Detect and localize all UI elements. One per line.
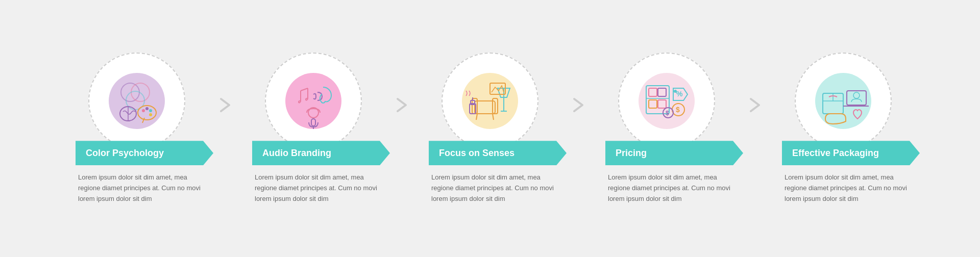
chevron-right-icon <box>569 96 587 114</box>
svg-point-8 <box>149 109 152 112</box>
step-2: Audio BrandingLorem ipsum dolor sit dim … <box>237 53 390 204</box>
svg-text:$: $ <box>666 110 669 117</box>
step-icon-1 <box>106 70 167 132</box>
arrow-2 <box>390 96 413 114</box>
step-icon-3 <box>459 70 521 132</box>
step-description-5: Lorem ipsum dolor sit dim amet, mea regi… <box>779 172 907 204</box>
circle-bg-2 <box>265 53 362 149</box>
step-label-banner-3: Focus on Senses <box>429 141 567 165</box>
step-label-banner-4: Pricing <box>605 141 743 165</box>
svg-point-9 <box>149 113 152 116</box>
circle-bg-5 <box>795 53 892 149</box>
svg-point-33 <box>674 90 677 93</box>
svg-rect-27 <box>649 88 657 96</box>
svg-line-18 <box>476 114 477 120</box>
step-label-text-2: Audio Branding <box>262 148 331 159</box>
step-5: Effective PackagingLorem ipsum dolor sit… <box>767 53 920 204</box>
svg-point-6 <box>142 109 145 112</box>
chevron-right-icon <box>216 96 234 114</box>
circle-bg-1 <box>88 53 185 149</box>
svg-line-11 <box>301 88 308 91</box>
circle-bg-4: % $ $ <box>618 53 715 149</box>
step-icon-2 <box>283 70 344 132</box>
svg-rect-28 <box>658 88 666 96</box>
step-circle-2 <box>265 53 362 149</box>
step-container-5: Effective PackagingLorem ipsum dolor sit… <box>767 53 920 204</box>
step-description-3: Lorem ipsum dolor sit dim amet, mea regi… <box>426 172 554 204</box>
step-circle-5 <box>795 53 892 149</box>
svg-rect-31 <box>658 100 666 108</box>
svg-rect-41 <box>847 91 866 105</box>
arrow-3 <box>567 96 590 114</box>
svg-text:%: % <box>676 90 683 98</box>
svg-rect-13 <box>311 119 315 126</box>
step-icon-5 <box>813 70 874 132</box>
step-circle-4: % $ $ <box>618 53 715 149</box>
step-container-3: Focus on SensesLorem ipsum dolor sit dim… <box>413 53 590 204</box>
label-wrapper-3: Focus on Senses <box>429 143 567 165</box>
step-label-text-3: Focus on Senses <box>439 148 514 159</box>
svg-text:$: $ <box>676 106 680 114</box>
step-container-2: Audio BrandingLorem ipsum dolor sit dim … <box>237 53 413 204</box>
step-label-text-4: Pricing <box>616 148 647 159</box>
step-1: Color PsychologyLorem ipsum dolor sit di… <box>60 53 213 204</box>
step-container-4: % $ $ PricingLorem ipsum dolor sit dim a… <box>590 53 767 204</box>
step-3: Focus on SensesLorem ipsum dolor sit dim… <box>413 53 567 204</box>
step-description-2: Lorem ipsum dolor sit dim amet, mea regi… <box>250 172 377 204</box>
svg-rect-30 <box>649 100 657 108</box>
chevron-right-icon <box>746 96 764 114</box>
step-description-4: Lorem ipsum dolor sit dim amet, mea regi… <box>603 172 730 204</box>
svg-line-19 <box>493 114 494 120</box>
step-container-1: Color PsychologyLorem ipsum dolor sit di… <box>60 53 237 204</box>
step-label-text-5: Effective Packaging <box>792 148 879 159</box>
step-icon-4: % $ $ <box>636 70 697 132</box>
step-label-banner-1: Color Psychology <box>76 141 213 165</box>
step-label-banner-2: Audio Branding <box>252 141 390 165</box>
step-label-banner-5: Effective Packaging <box>782 141 920 165</box>
arrow-1 <box>213 96 237 114</box>
step-label-text-1: Color Psychology <box>86 148 164 159</box>
svg-point-7 <box>145 107 149 110</box>
step-circle-1 <box>88 53 185 149</box>
step-4: % $ $ PricingLorem ipsum dolor sit dim a… <box>590 53 743 204</box>
label-wrapper-2: Audio Branding <box>252 143 390 165</box>
svg-point-43 <box>853 92 860 98</box>
label-wrapper-1: Color Psychology <box>76 143 213 165</box>
label-wrapper-4: Pricing <box>605 143 743 165</box>
step-description-1: Lorem ipsum dolor sit dim amet, mea regi… <box>73 172 201 204</box>
label-wrapper-5: Effective Packaging <box>782 143 920 165</box>
chevron-right-icon <box>393 96 411 114</box>
infographic: Color PsychologyLorem ipsum dolor sit di… <box>15 42 965 214</box>
step-circle-3 <box>442 53 538 149</box>
circle-bg-3 <box>442 53 538 149</box>
arrow-4 <box>743 96 767 114</box>
